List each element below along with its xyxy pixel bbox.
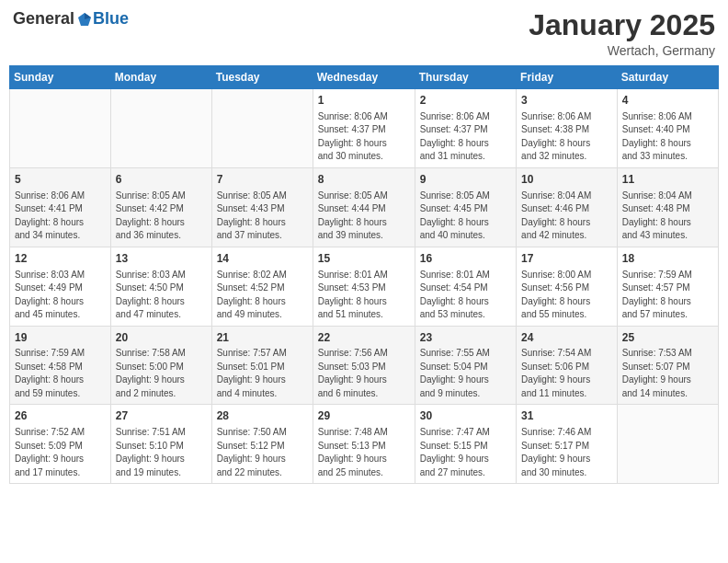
day-cell: 22Sunrise: 7:56 AMSunset: 5:03 PMDayligh…	[313, 326, 415, 405]
day-info: Sunrise: 7:51 AMSunset: 5:10 PMDaylight:…	[116, 426, 207, 479]
day-cell: 3Sunrise: 8:06 AMSunset: 4:38 PMDaylight…	[517, 89, 618, 168]
weekday-header-saturday: Saturday	[617, 66, 718, 89]
week-row-3: 12Sunrise: 8:03 AMSunset: 4:49 PMDayligh…	[10, 247, 719, 326]
day-cell: 13Sunrise: 8:03 AMSunset: 4:50 PMDayligh…	[110, 247, 211, 326]
day-cell: 24Sunrise: 7:54 AMSunset: 5:06 PMDayligh…	[517, 326, 618, 405]
weekday-header-wednesday: Wednesday	[313, 66, 415, 89]
day-cell: 18Sunrise: 7:59 AMSunset: 4:57 PMDayligh…	[617, 247, 718, 326]
day-cell: 8Sunrise: 8:05 AMSunset: 4:44 PMDaylight…	[313, 167, 415, 247]
day-number: 15	[318, 251, 410, 267]
day-cell: 19Sunrise: 7:59 AMSunset: 4:58 PMDayligh…	[10, 326, 111, 405]
weekday-header-thursday: Thursday	[415, 66, 516, 89]
day-number: 24	[521, 330, 612, 346]
day-cell: 27Sunrise: 7:51 AMSunset: 5:10 PMDayligh…	[110, 405, 211, 484]
day-info: Sunrise: 8:03 AMSunset: 4:49 PMDaylight:…	[15, 269, 106, 322]
day-number: 13	[116, 251, 207, 267]
day-cell	[110, 89, 211, 168]
weekday-header-row: SundayMondayTuesdayWednesdayThursdayFrid…	[10, 66, 719, 89]
day-number: 26	[15, 408, 106, 424]
day-info: Sunrise: 7:54 AMSunset: 5:06 PMDaylight:…	[521, 347, 612, 400]
day-info: Sunrise: 7:59 AMSunset: 4:58 PMDaylight:…	[15, 347, 106, 400]
day-number: 31	[521, 408, 612, 424]
day-number: 14	[217, 251, 308, 267]
month-title: January 2025	[529, 9, 715, 41]
day-info: Sunrise: 8:01 AMSunset: 4:54 PMDaylight:…	[420, 269, 511, 322]
day-cell: 4Sunrise: 8:06 AMSunset: 4:40 PMDaylight…	[617, 89, 718, 168]
day-info: Sunrise: 8:00 AMSunset: 4:56 PMDaylight:…	[521, 269, 612, 322]
day-info: Sunrise: 8:06 AMSunset: 4:41 PMDaylight:…	[15, 190, 106, 243]
day-number: 23	[420, 330, 511, 346]
day-number: 4	[622, 93, 713, 109]
day-info: Sunrise: 7:46 AMSunset: 5:17 PMDaylight:…	[521, 426, 612, 479]
day-cell: 30Sunrise: 7:47 AMSunset: 5:15 PMDayligh…	[415, 405, 516, 484]
day-number: 12	[15, 251, 106, 267]
day-info: Sunrise: 8:05 AMSunset: 4:45 PMDaylight:…	[420, 190, 511, 243]
week-row-4: 19Sunrise: 7:59 AMSunset: 4:58 PMDayligh…	[10, 326, 719, 405]
week-row-1: 1Sunrise: 8:06 AMSunset: 4:37 PMDaylight…	[10, 89, 719, 168]
day-number: 7	[217, 172, 308, 188]
day-number: 11	[622, 172, 713, 188]
day-number: 22	[318, 330, 410, 346]
day-cell: 16Sunrise: 8:01 AMSunset: 4:54 PMDayligh…	[415, 247, 516, 326]
day-number: 8	[318, 172, 410, 188]
day-cell: 31Sunrise: 7:46 AMSunset: 5:17 PMDayligh…	[517, 405, 618, 484]
day-info: Sunrise: 8:06 AMSunset: 4:40 PMDaylight:…	[622, 110, 713, 164]
day-info: Sunrise: 7:48 AMSunset: 5:13 PMDaylight:…	[318, 426, 410, 479]
day-info: Sunrise: 8:06 AMSunset: 4:38 PMDaylight:…	[521, 110, 612, 164]
weekday-header-monday: Monday	[110, 66, 211, 89]
day-number: 29	[318, 408, 410, 424]
day-number: 25	[622, 330, 713, 346]
day-cell	[10, 89, 111, 168]
logo-general-text: General	[13, 9, 74, 29]
weekday-header-tuesday: Tuesday	[211, 66, 313, 89]
header: General Blue January 2025 Wertach, Germa…	[9, 9, 719, 58]
day-cell: 15Sunrise: 8:01 AMSunset: 4:53 PMDayligh…	[313, 247, 415, 326]
day-info: Sunrise: 8:01 AMSunset: 4:53 PMDaylight:…	[318, 269, 410, 322]
logo-blue-text: Blue	[93, 9, 129, 29]
day-number: 21	[217, 330, 308, 346]
day-number: 30	[420, 408, 511, 424]
week-row-2: 5Sunrise: 8:06 AMSunset: 4:41 PMDaylight…	[10, 167, 719, 247]
day-cell: 1Sunrise: 8:06 AMSunset: 4:37 PMDaylight…	[313, 89, 415, 168]
week-row-5: 26Sunrise: 7:52 AMSunset: 5:09 PMDayligh…	[10, 405, 719, 484]
logo-flag-icon	[76, 11, 93, 28]
day-info: Sunrise: 7:57 AMSunset: 5:01 PMDaylight:…	[217, 347, 308, 400]
day-cell: 26Sunrise: 7:52 AMSunset: 5:09 PMDayligh…	[10, 405, 111, 484]
day-cell: 10Sunrise: 8:04 AMSunset: 4:46 PMDayligh…	[517, 167, 618, 247]
day-cell: 21Sunrise: 7:57 AMSunset: 5:01 PMDayligh…	[211, 326, 313, 405]
weekday-header-sunday: Sunday	[10, 66, 111, 89]
day-number: 28	[217, 408, 308, 424]
day-cell: 14Sunrise: 8:02 AMSunset: 4:52 PMDayligh…	[211, 247, 313, 326]
day-cell: 23Sunrise: 7:55 AMSunset: 5:04 PMDayligh…	[415, 326, 516, 405]
calendar: SundayMondayTuesdayWednesdayThursdayFrid…	[9, 65, 719, 484]
day-number: 9	[420, 172, 511, 188]
day-cell: 25Sunrise: 7:53 AMSunset: 5:07 PMDayligh…	[617, 326, 718, 405]
day-number: 1	[318, 93, 410, 109]
day-cell: 2Sunrise: 8:06 AMSunset: 4:37 PMDaylight…	[415, 89, 516, 168]
day-cell: 9Sunrise: 8:05 AMSunset: 4:45 PMDaylight…	[415, 167, 516, 247]
day-number: 20	[116, 330, 207, 346]
page: General Blue January 2025 Wertach, Germa…	[0, 0, 728, 563]
day-info: Sunrise: 7:58 AMSunset: 5:00 PMDaylight:…	[116, 347, 207, 400]
day-cell: 7Sunrise: 8:05 AMSunset: 4:43 PMDaylight…	[211, 167, 313, 247]
day-info: Sunrise: 8:05 AMSunset: 4:43 PMDaylight:…	[217, 190, 308, 243]
day-cell	[617, 405, 718, 484]
location: Wertach, Germany	[529, 43, 715, 58]
day-cell: 12Sunrise: 8:03 AMSunset: 4:49 PMDayligh…	[10, 247, 111, 326]
day-cell: 20Sunrise: 7:58 AMSunset: 5:00 PMDayligh…	[110, 326, 211, 405]
day-number: 17	[521, 251, 612, 267]
day-info: Sunrise: 8:06 AMSunset: 4:37 PMDaylight:…	[420, 110, 511, 164]
day-number: 5	[15, 172, 106, 188]
logo: General Blue	[13, 9, 129, 29]
day-info: Sunrise: 7:59 AMSunset: 4:57 PMDaylight:…	[622, 269, 713, 322]
day-info: Sunrise: 8:02 AMSunset: 4:52 PMDaylight:…	[217, 269, 308, 322]
day-number: 6	[116, 172, 207, 188]
day-info: Sunrise: 7:56 AMSunset: 5:03 PMDaylight:…	[318, 347, 410, 400]
day-number: 27	[116, 408, 207, 424]
day-info: Sunrise: 8:06 AMSunset: 4:37 PMDaylight:…	[318, 110, 410, 164]
day-number: 2	[420, 93, 511, 109]
day-number: 10	[521, 172, 612, 188]
day-number: 19	[15, 330, 106, 346]
day-info: Sunrise: 7:47 AMSunset: 5:15 PMDaylight:…	[420, 426, 511, 479]
day-cell: 11Sunrise: 8:04 AMSunset: 4:48 PMDayligh…	[617, 167, 718, 247]
